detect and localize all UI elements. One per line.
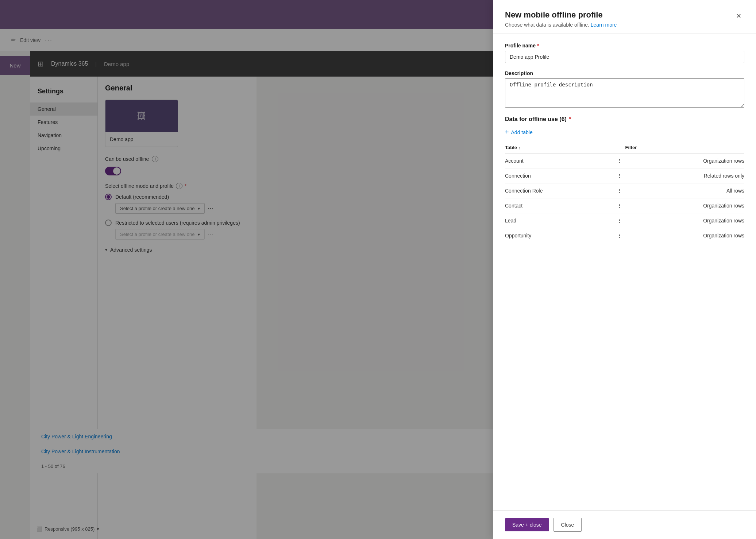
profile-name-field: Profile name * [505, 43, 744, 63]
profile-name-input[interactable] [505, 51, 744, 63]
table-cell-name-5: Opportunity [505, 228, 614, 243]
description-field: Description Offline profile description [505, 70, 744, 109]
close-button[interactable]: Close [554, 518, 582, 532]
table-row-dots-5[interactable]: ⋮ [614, 228, 625, 243]
data-offline-section-title: Data for offline use (6) * [505, 116, 744, 123]
close-icon: ✕ [736, 12, 741, 20]
modal-subtitle-text: Choose what data is available offline. [505, 22, 589, 28]
sort-arrow-icon[interactable]: ↑ [518, 146, 521, 150]
modal-panel: New mobile offline profile Choose what d… [493, 0, 756, 539]
offline-data-table: Table ↑ Filter Account ⋮ Organization ro… [505, 142, 744, 243]
learn-more-link[interactable]: Learn more [591, 22, 617, 28]
table-cell-filter-1: Related rows only [625, 168, 744, 183]
table-row-dots-3[interactable]: ⋮ [614, 198, 625, 213]
modal-subtitle: Choose what data is available offline. L… [505, 22, 617, 28]
modal-footer: Save + close Close [493, 510, 756, 539]
table-cell-name-4: Lead [505, 213, 614, 228]
modal-header-text: New mobile offline profile Choose what d… [505, 10, 617, 28]
add-table-button[interactable]: + Add table [505, 128, 533, 136]
save-close-button[interactable]: Save + close [505, 518, 549, 531]
profile-name-label: Profile name * [505, 43, 744, 49]
profile-name-required: * [537, 43, 539, 49]
modal-header: New mobile offline profile Choose what d… [493, 0, 756, 34]
table-row: Opportunity ⋮ Organization rows [505, 228, 744, 243]
table-row: Connection Role ⋮ All rows [505, 183, 744, 198]
table-row-dots-4[interactable]: ⋮ [614, 213, 625, 228]
table-row: Contact ⋮ Organization rows [505, 198, 744, 213]
table-row: Lead ⋮ Organization rows [505, 213, 744, 228]
plus-icon: + [505, 128, 509, 136]
table-cell-name-1: Connection [505, 168, 614, 183]
data-offline-required: * [569, 116, 571, 123]
table-row-dots-2[interactable]: ⋮ [614, 183, 625, 198]
filter-col-header: Filter [625, 142, 744, 154]
modal-title: New mobile offline profile [505, 10, 617, 20]
table-cell-filter-0: Organization rows [625, 154, 744, 168]
table-cell-filter-4: Organization rows [625, 213, 744, 228]
table-cell-filter-5: Organization rows [625, 228, 744, 243]
table-row: Connection ⋮ Related rows only [505, 168, 744, 183]
table-row-dots-0[interactable]: ⋮ [614, 154, 625, 168]
filter-col-header-spacer [614, 142, 625, 154]
modal-body: Profile name * Description Offline profi… [493, 34, 756, 510]
table-col-header: Table ↑ [505, 142, 614, 154]
table-row: Account ⋮ Organization rows [505, 154, 744, 168]
table-cell-name-2: Connection Role [505, 183, 614, 198]
table-cell-name-0: Account [505, 154, 614, 168]
description-label: Description [505, 70, 744, 76]
modal-close-button[interactable]: ✕ [733, 10, 744, 22]
table-cell-name-3: Contact [505, 198, 614, 213]
table-cell-filter-2: All rows [625, 183, 744, 198]
add-table-label: Add table [511, 129, 533, 135]
table-row-dots-1[interactable]: ⋮ [614, 168, 625, 183]
table-cell-filter-3: Organization rows [625, 198, 744, 213]
description-textarea[interactable]: Offline profile description [505, 78, 744, 108]
